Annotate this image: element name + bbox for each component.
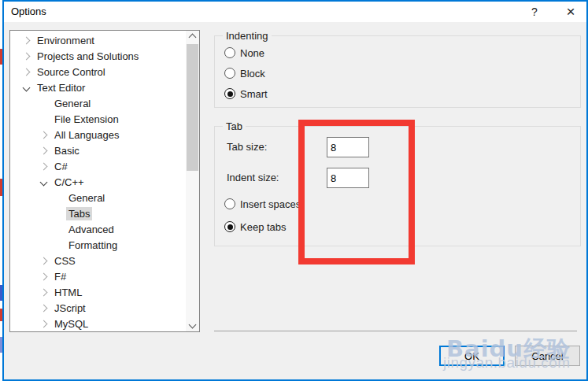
tree-item-label: Formatting xyxy=(66,239,120,252)
tree-item-label: JScript xyxy=(52,301,88,315)
tree-item-advanced[interactable]: Advanced xyxy=(10,221,199,237)
screenshot-stage: Options ? × EnvironmentProjects and Solu… xyxy=(0,0,588,381)
chevron-right-icon xyxy=(35,305,52,311)
radio-label: Insert spaces xyxy=(240,198,301,210)
tree-item-formatting[interactable]: Formatting xyxy=(10,237,199,253)
radio-unselected-icon[interactable] xyxy=(224,198,235,209)
tree-item-label: HTML xyxy=(52,286,84,299)
options-tree: EnvironmentProjects and SolutionsSource … xyxy=(9,30,200,332)
radio-insert-spaces[interactable]: Insert spaces xyxy=(224,198,301,210)
close-icon: × xyxy=(566,3,575,20)
indenting-group-title: Indenting xyxy=(223,30,272,42)
close-button[interactable]: × xyxy=(555,2,586,22)
indent-size-label: Indent size: xyxy=(227,172,279,183)
tree-item-all-languages[interactable]: All Languages xyxy=(10,127,199,142)
radio-selected-icon[interactable] xyxy=(224,221,235,232)
button-separator xyxy=(214,331,577,331)
tree-item-projects-and-solutions[interactable]: Projects and Solutions xyxy=(10,48,199,64)
tree-item-label: F# xyxy=(52,270,68,283)
tree-item-label: General xyxy=(52,97,93,110)
tree-item-f[interactable]: F# xyxy=(10,268,199,284)
tree-item-label: Projects and Solutions xyxy=(35,50,141,63)
indenting-group: Indenting NoneBlockSmart xyxy=(214,35,581,108)
watermark-url: jingyan.baidu.com xyxy=(443,354,571,372)
tree-item-general[interactable]: General xyxy=(10,190,199,205)
radio-unselected-icon[interactable] xyxy=(224,68,235,79)
tree-item-label: General xyxy=(66,191,107,205)
tree-item-label: MySQL xyxy=(52,317,91,331)
tree-item-text-editor[interactable]: Text Editor xyxy=(10,80,199,95)
radio-selected-icon[interactable] xyxy=(224,88,235,99)
title-bar: Options ? × xyxy=(4,2,586,22)
chevron-right-icon xyxy=(35,164,52,169)
chevron-right-icon xyxy=(35,321,52,327)
tree-item-basic[interactable]: Basic xyxy=(10,142,199,158)
tree-item-c[interactable]: C# xyxy=(10,158,199,174)
radio-none[interactable]: None xyxy=(224,46,264,59)
tree-item-c-c[interactable]: C/C++ xyxy=(10,174,199,190)
radio-keep-tabs[interactable]: Keep tabs xyxy=(224,220,287,233)
tree-scrollbar[interactable] xyxy=(186,31,199,331)
tree-item-tabs[interactable]: Tabs xyxy=(10,205,199,221)
tree-item-general[interactable]: General xyxy=(10,95,199,111)
window-title: Options xyxy=(11,6,46,17)
chevron-expanded-icon xyxy=(35,179,52,185)
help-icon: ? xyxy=(531,6,538,18)
chevron-right-icon xyxy=(17,38,35,43)
radio-unselected-icon[interactable] xyxy=(224,47,235,58)
chevron-right-icon xyxy=(35,132,52,138)
tree-item-label: Advanced xyxy=(66,223,116,236)
tree-item-label: C# xyxy=(52,160,70,173)
chevron-down-icon xyxy=(189,321,197,329)
radio-label: Smart xyxy=(240,88,268,100)
radio-block[interactable]: Block xyxy=(224,67,265,80)
chevron-right-icon xyxy=(35,148,52,154)
annotation-rectangle xyxy=(298,120,415,264)
chevron-right-icon xyxy=(35,290,52,295)
options-dialog: Options ? × EnvironmentProjects and Solu… xyxy=(2,0,588,381)
tree-item-label: Text Editor xyxy=(35,81,87,94)
help-button[interactable]: ? xyxy=(520,2,549,22)
tree-item-environment[interactable]: Environment xyxy=(10,32,199,48)
scroll-up-button[interactable] xyxy=(186,31,199,44)
tree-item-label: Environment xyxy=(35,34,97,47)
tree-item-label: Source Control xyxy=(35,65,108,79)
tree-item-css[interactable]: CSS xyxy=(10,253,199,268)
radio-label: None xyxy=(240,47,264,59)
tree-item-label: File Extension xyxy=(52,113,121,126)
chevron-right-icon xyxy=(35,258,52,264)
tab-group-title: Tab xyxy=(223,120,246,132)
chevron-right-icon xyxy=(35,274,52,279)
chevron-expanded-icon xyxy=(17,85,35,91)
tree-item-label: Basic xyxy=(52,144,82,157)
radio-smart[interactable]: Smart xyxy=(224,87,268,100)
chevron-right-icon xyxy=(17,54,35,59)
chevron-right-icon xyxy=(17,69,35,75)
tree-item-html[interactable]: HTML xyxy=(10,284,199,300)
chevron-up-icon xyxy=(189,34,197,42)
tab-size-label: Tab size: xyxy=(227,141,267,153)
tree-item-label: All Languages xyxy=(52,128,121,142)
tree-item-source-control[interactable]: Source Control xyxy=(10,64,199,80)
scrollbar-thumb[interactable] xyxy=(187,44,198,171)
tree-item-file-extension[interactable]: File Extension xyxy=(10,111,199,127)
tree-item-label: C/C++ xyxy=(52,176,87,189)
radio-label: Keep tabs xyxy=(240,221,287,233)
scroll-down-button[interactable] xyxy=(186,318,199,331)
tree-item-mysql[interactable]: MySQL xyxy=(10,316,199,331)
tree-item-label: Tabs xyxy=(66,207,92,220)
tree-item-label: CSS xyxy=(52,254,78,268)
radio-label: Block xyxy=(240,68,265,80)
tree-item-jscript[interactable]: JScript xyxy=(10,300,199,316)
